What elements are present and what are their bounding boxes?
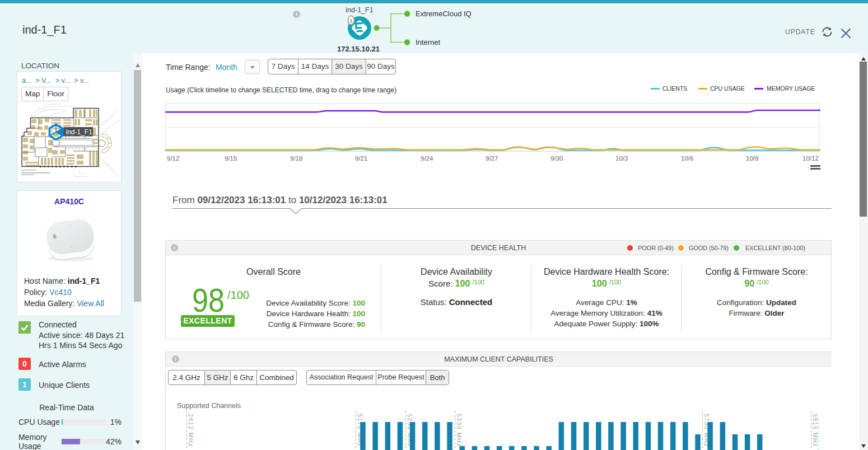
svg-text:ind-1_F1: ind-1_F1 [346,6,373,14]
svg-text:5915 MHz: 5915 MHz [812,414,819,447]
svg-text:E: E [53,233,57,240]
svg-text:Internet: Internet [416,38,440,46]
svg-text:172.15.10.21: 172.15.10.21 [337,45,380,53]
svg-text:2412 MHz: 2412 MHz [188,414,194,447]
svg-text:ind-1_F1: ind-1_F1 [66,128,93,136]
svg-text:5330 MHz: 5330 MHz [456,414,463,447]
svg-text:ExtremeCloud IQ: ExtremeCloud IQ [416,10,472,18]
svg-text:1: 1 [349,17,353,24]
